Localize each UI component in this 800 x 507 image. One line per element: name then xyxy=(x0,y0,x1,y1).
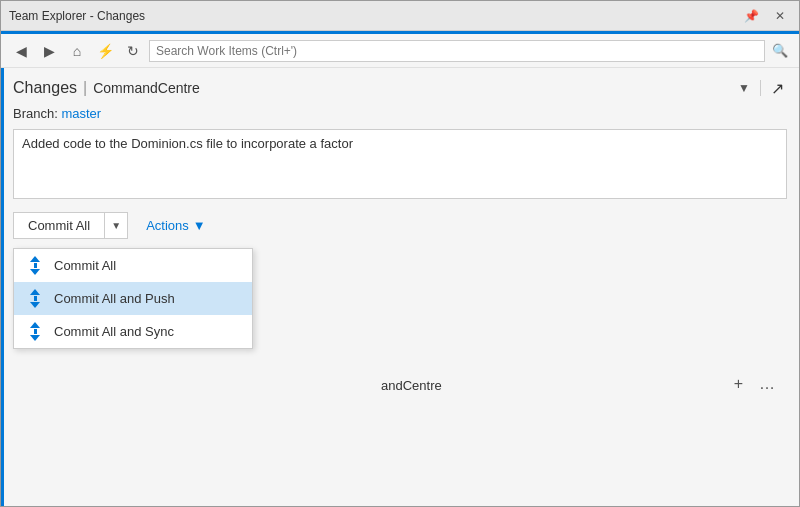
commit-dropdown-button[interactable]: ▼ xyxy=(105,213,127,238)
dropdown-item-commit-push-label: Commit All and Push xyxy=(54,291,175,306)
refresh-button[interactable]: ↻ xyxy=(121,39,145,63)
external-link-button[interactable]: ↗ xyxy=(767,78,787,98)
branch-line: Branch: master xyxy=(13,106,787,121)
dropdown-item-commit-all[interactable]: Commit All xyxy=(14,249,252,282)
commit-all-button[interactable]: Commit All xyxy=(14,213,105,238)
search-box[interactable] xyxy=(149,40,765,62)
dropdown-item-commit-all-label: Commit All xyxy=(54,258,116,273)
page-header: Changes | CommandCentre ▼ ↗ xyxy=(13,78,787,98)
home-button[interactable]: ⌂ xyxy=(65,39,89,63)
back-button[interactable]: ◀ xyxy=(9,39,33,63)
main-window: Team Explorer - Changes 📌 ✕ ◀ ▶ ⌂ ⚡ ↻ 🔍 … xyxy=(0,0,800,507)
header-separator xyxy=(760,80,761,96)
window-title: Team Explorer - Changes xyxy=(9,9,734,23)
page-title: Changes xyxy=(13,79,77,97)
branch-label: Branch: xyxy=(13,106,58,121)
left-accent-bar xyxy=(1,68,4,506)
commit-push-icon xyxy=(26,289,44,308)
header-actions: ▼ ↗ xyxy=(734,78,787,98)
toolbar: ◀ ▶ ⌂ ⚡ ↻ 🔍 xyxy=(1,34,799,68)
pin-button[interactable]: 📌 xyxy=(740,7,763,25)
content-area: Changes | CommandCentre ▼ ↗ Branch: mast… xyxy=(1,68,799,506)
add-file-button[interactable]: + xyxy=(730,373,747,395)
title-bar: Team Explorer - Changes 📌 ✕ xyxy=(1,1,799,31)
page-separator: | xyxy=(83,79,87,97)
commit-button-area: Commit All ▼ Actions ▼ Commi xyxy=(13,212,787,239)
actions-button[interactable]: Actions ▼ xyxy=(136,213,216,238)
dropdown-item-commit-sync-label: Commit All and Sync xyxy=(54,324,174,339)
commit-btn-group: Commit All ▼ xyxy=(13,212,128,239)
page-subtitle: CommandCentre xyxy=(93,80,200,96)
forward-button[interactable]: ▶ xyxy=(37,39,61,63)
search-input[interactable] xyxy=(156,44,758,58)
nav-dropdown-button[interactable]: ▼ xyxy=(734,78,754,98)
commit-all-icon xyxy=(26,256,44,275)
branch-name[interactable]: master xyxy=(61,106,101,121)
dropdown-menu: Commit All Commit All and Push xyxy=(13,248,253,349)
dropdown-item-commit-sync[interactable]: Commit All and Sync xyxy=(14,315,252,348)
close-button[interactable]: ✕ xyxy=(769,7,791,25)
files-action-area: + … xyxy=(730,373,779,395)
more-options-button[interactable]: … xyxy=(755,373,779,395)
files-section-label: andCentre xyxy=(381,378,442,393)
actions-arrow-icon: ▼ xyxy=(193,218,206,233)
page-title-area: Changes | CommandCentre xyxy=(13,79,200,97)
actions-label: Actions xyxy=(146,218,189,233)
commit-message-input[interactable]: Added code to the Dominion.cs file to in… xyxy=(13,129,787,199)
dropdown-item-commit-push[interactable]: Commit All and Push xyxy=(14,282,252,315)
search-icon-button[interactable]: 🔍 xyxy=(769,40,791,62)
plugin-button[interactable]: ⚡ xyxy=(93,39,117,63)
commit-sync-icon xyxy=(26,322,44,341)
